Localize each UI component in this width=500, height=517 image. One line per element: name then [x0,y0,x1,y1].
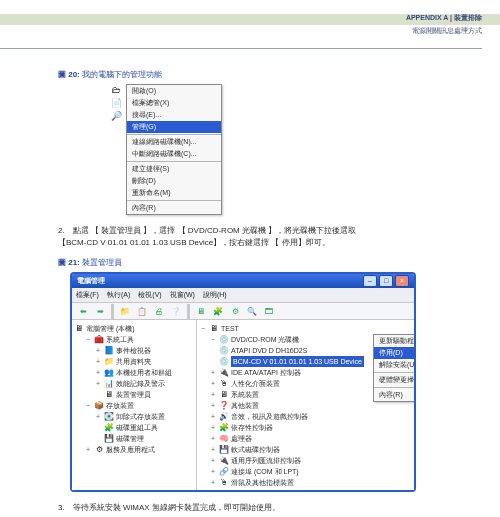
tree-root[interactable]: −🖥TEST [199,323,412,334]
document-icon: 📄 [109,97,123,109]
tree-item[interactable]: +📊效能記錄及警示 [74,378,194,389]
menu-action[interactable]: 執行(A) [107,290,130,300]
left-tree: 🖥電腦管理 (本機) −🧰系統工具 +📘事件檢視器 +📁共用資料夾 +👥本機使用… [72,320,197,490]
appendix-title: APPENDIX A | 裝置排除 [406,13,482,23]
menu-item-manage[interactable]: 管理(G) [127,121,221,133]
tree-item[interactable]: +🧠處理器 [199,433,412,444]
step-3: 3. 等待系統安裝 WiMAX 無線網卡裝置完成，即可開始使用。 [58,502,442,514]
tool-icon[interactable]: 🖥 [193,304,209,319]
toolbar: ⬅ ➡ 📁 📋 🖨 ❔ 🖥 🧩 ⚙ 🔍 🗔 [72,303,414,320]
maximize-button[interactable]: □ [379,275,393,287]
tree-group[interactable]: −📦存放裝置 [74,400,194,411]
menu-item[interactable]: 檔案總管(X) [127,97,221,109]
tool-icon[interactable]: 🗔 [261,304,277,319]
menu-item-update-driver[interactable]: 更新驅動程式(P)... [374,335,414,347]
menu-item[interactable]: 建立捷徑(S) [127,163,221,175]
tree-item-device-manager[interactable]: 🖥裝置管理員 [74,389,194,400]
menu-item[interactable]: 連線網路磁碟機(N)... [127,136,221,148]
close-button[interactable]: × [395,275,409,287]
window-title: 電腦管理 [77,274,361,288]
tool-icon[interactable]: 🧩 [210,304,226,319]
desktop-icons: 🗁 📄 🔎 [109,84,125,123]
device-manager-window: 電腦管理 – □ × 檔案(F) 執行(A) 檢視(V) 視窗(W) 說明(H)… [70,272,416,492]
menu-item[interactable]: 重新命名(M) [127,187,221,199]
tree-group[interactable]: +⚙服務及應用程式 [74,444,194,455]
help-icon[interactable]: ❔ [168,304,184,319]
menu-item[interactable]: 內容(R) [127,202,221,214]
tool-icon[interactable]: 🔍 [244,304,260,319]
menu-item[interactable]: 中斷網路磁碟機(C)... [127,148,221,160]
tree-item[interactable]: 🧩磁碟重組工具 [74,422,194,433]
menu-file[interactable]: 檔案(F) [76,290,99,300]
context-menu-device: 更新驅動程式(P)... 停用(D) 解除安裝(U) 硬體變更掃描(A) 內容(… [373,334,414,402]
tree-item[interactable]: +📘事件檢視器 [74,345,194,356]
appendix-bar: APPENDIX A | 裝置排除 [0,14,500,25]
tree-item[interactable]: +🔌通用序列匯流排控制器 [199,455,412,466]
fig21-caption: 圖 21: 裝置管理員 [58,257,442,268]
forward-icon[interactable]: ➡ [92,304,108,319]
tree-group[interactable]: −🧰系統工具 [74,334,194,345]
menubar: 檔案(F) 執行(A) 檢視(V) 視窗(W) 說明(H) [72,288,414,303]
tree-item[interactable]: +💾軟式磁碟控制器 [199,444,412,455]
up-icon[interactable]: 📁 [117,304,133,319]
menu-window[interactable]: 視窗(W) [170,290,195,300]
minimize-button[interactable]: – [363,275,377,287]
menu-item[interactable]: 搜尋(E)... [127,109,221,121]
menu-item-scan[interactable]: 硬體變更掃描(A) [374,374,414,386]
menu-view[interactable]: 檢視(V) [138,290,161,300]
refresh-icon[interactable]: 🖨 [151,304,167,319]
search-icon: 🔎 [109,110,123,122]
right-tree: −🖥TEST −💿DVD/CD-ROM 光碟機 💿ATAPI DVD D DH1… [197,320,414,490]
back-icon[interactable]: ⬅ [75,304,91,319]
step-2: 2. 點選 【 裝置管理員 】，選擇 【 DVD/CD-ROM 光碟機 】，將光… [58,225,442,249]
tree-item[interactable]: +🖱滑鼠及其他指標裝置 [199,477,412,488]
titlebar: 電腦管理 – □ × [72,274,414,288]
menu-item[interactable]: 開啟(O) [127,85,221,97]
tool-icon[interactable]: ⚙ [227,304,243,319]
menu-item-uninstall[interactable]: 解除安裝(U) [374,359,414,371]
menu-item-properties[interactable]: 內容(R) [374,389,414,401]
tree-item[interactable]: +📁共用資料夾 [74,356,194,367]
folder-icon: 🗁 [109,84,123,96]
tree-item[interactable]: +👥本機使用者和群組 [74,367,194,378]
menu-item[interactable]: 刪除(D) [127,175,221,187]
tree-item[interactable]: +🔗連接埠 (COM 和 LPT) [199,466,412,477]
tree-item[interactable]: +🔊音效，視訊及遊戲控制器 [199,411,412,422]
tree-item[interactable]: +🖥電腦 [199,488,412,490]
props-icon[interactable]: 📋 [134,304,150,319]
menu-help[interactable]: 說明(H) [203,290,227,300]
tree-item[interactable]: +🧩依存性控制器 [199,422,412,433]
appendix-subtitle: 電源開關訊息處理方式 [0,26,482,49]
fig20-caption: 圖 20: 我的電腦下的管理功能 [58,69,442,80]
tree-item[interactable]: +💽卸除式存放裝置 [74,411,194,422]
context-menu-computer: 🗁 📄 🔎 開啟(O) 檔案總管(X) 搜尋(E)... 管理(G) 連線網路磁… [126,84,222,215]
tree-root[interactable]: 🖥電腦管理 (本機) [74,323,194,334]
menu-item-disable[interactable]: 停用(D) [374,347,414,359]
tree-item[interactable]: 💾磁碟管理 [74,433,194,444]
